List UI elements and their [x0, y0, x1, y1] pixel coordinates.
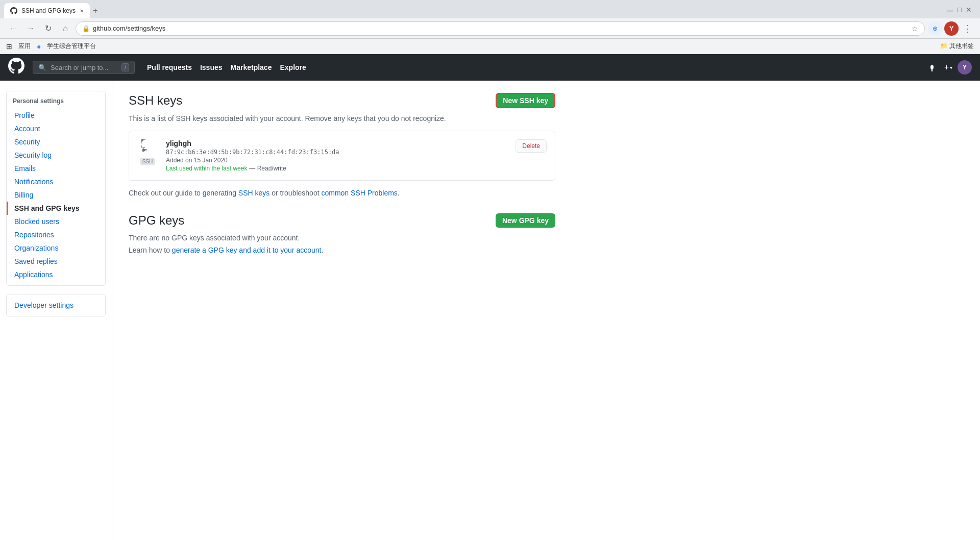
browser-chrome: SSH and GPG keys ✕ + ─ □ ✕ ← → ↻ ⌂ 🔒 git… [0, 0, 980, 54]
sidebar-section-title: Personal settings [7, 95, 105, 109]
home-btn[interactable]: ⌂ [58, 21, 72, 36]
bookmark-apps[interactable]: 应用 [18, 42, 31, 51]
search-bar[interactable]: 🔍 Search or jump to... / [33, 61, 135, 74]
sidebar-item-security-log[interactable]: Security log [7, 149, 105, 162]
key-last-used-text: Last used within the last week [166, 165, 247, 172]
new-gpg-key-btn[interactable]: New GPG key [496, 213, 555, 228]
guide-text: Check out our guide to generating SSH ke… [129, 189, 555, 197]
window-minimize-btn[interactable]: ─ [947, 6, 953, 16]
sidebar-item-notifications[interactable]: Notifications [7, 175, 105, 188]
plus-icon: + [944, 63, 949, 72]
key-icon [141, 139, 154, 155]
github-favicon-icon [10, 7, 17, 14]
sidebar-item-account[interactable]: Account [7, 122, 105, 135]
personal-settings-section: Personal settings Profile Account Securi… [6, 91, 106, 286]
sidebar-item-saved-replies[interactable]: Saved replies [7, 255, 105, 268]
apps-icon: ⊞ [6, 42, 12, 51]
sidebar-item-developer-settings[interactable]: Developer settings [7, 299, 105, 312]
nav-issues[interactable]: Issues [200, 63, 223, 71]
window-maximize-btn[interactable]: □ [958, 6, 962, 16]
refresh-btn[interactable]: ↻ [41, 21, 55, 36]
address-bar[interactable]: 🔒 github.com/settings/keys ☆ [76, 21, 925, 36]
guide-middle: or troubleshoot [270, 189, 321, 197]
extension-btn-1[interactable]: ⊕ [928, 21, 942, 36]
window-close-btn[interactable]: ✕ [966, 6, 972, 16]
bookmark-icon-2: ● [37, 42, 41, 51]
main-content: SSH keys New SSH key This is a list of S… [112, 81, 572, 540]
bookmark-school[interactable]: 学生综合管理平台 [47, 42, 96, 51]
gpg-keys-section: GPG keys New GPG key There are no GPG ke… [129, 213, 555, 254]
common-ssh-problems-link[interactable]: common SSH Problems [321, 189, 397, 197]
key-fingerprint: 87:9c:b6:3e:d9:5b:9b:72:31:c8:44:fd:23:f… [166, 149, 507, 156]
gpg-learn-suffix: . [321, 246, 323, 254]
extension-icons: ⊕ Y ⋮ [928, 21, 974, 36]
ssh-section-title: SSH keys [129, 93, 182, 108]
gpg-section-header: GPG keys New GPG key [129, 213, 555, 228]
bookmark-star-icon[interactable]: ☆ [912, 24, 918, 33]
forward-btn[interactable]: → [23, 21, 38, 36]
back-btn[interactable]: ← [6, 21, 20, 36]
url-text: github.com/settings/keys [93, 24, 909, 32]
github-nav: 🔍 Search or jump to... / Pull requests I… [0, 54, 980, 81]
ssh-description: This is a list of SSH keys associated wi… [129, 114, 555, 122]
browser-menu-btn[interactable]: ⋮ [961, 21, 974, 36]
lock-icon: 🔒 [82, 25, 90, 32]
ssh-badge: SSH [140, 158, 155, 165]
ssh-section-header: SSH keys New SSH key [129, 93, 555, 108]
guide-suffix: . [398, 189, 400, 197]
key-access: — Read/write [249, 165, 286, 172]
key-last-used: Last used within the last week — Read/wr… [166, 164, 507, 172]
sidebar-item-repositories[interactable]: Repositories [7, 228, 105, 241]
sidebar-item-emails[interactable]: Emails [7, 162, 105, 175]
sidebar-item-security[interactable]: Security [7, 135, 105, 149]
delete-ssh-key-btn[interactable]: Delete [516, 139, 547, 153]
page-body: Personal settings Profile Account Securi… [0, 81, 980, 540]
new-ssh-key-btn[interactable]: New SSH key [496, 93, 555, 108]
nav-right: + ▾ Y [925, 60, 972, 75]
dropdown-arrow: ▾ [950, 65, 952, 70]
notifications-btn[interactable] [925, 60, 939, 75]
sidebar-item-organizations[interactable]: Organizations [7, 241, 105, 255]
guide-prefix: Check out our guide to [129, 189, 203, 197]
generating-ssh-keys-link[interactable]: generating SSH keys [203, 189, 270, 197]
sidebar-item-profile[interactable]: Profile [7, 109, 105, 122]
settings-sidebar: Personal settings Profile Account Securi… [0, 81, 112, 540]
ssh-key-card: SSH ylighgh 87:9c:b6:3e:d9:5b:9b:72:31:c… [129, 131, 555, 181]
nav-links: Pull requests Issues Marketplace Explore [147, 63, 306, 71]
active-tab[interactable]: SSH and GPG keys ✕ [4, 3, 90, 18]
user-avatar[interactable]: Y [958, 60, 972, 75]
key-added-date: Added on 15 Jan 2020 [166, 157, 507, 164]
search-icon: 🔍 [38, 64, 46, 71]
nav-marketplace[interactable]: Marketplace [231, 63, 272, 71]
ssh-keys-section: SSH keys New SSH key This is a list of S… [129, 93, 555, 197]
sidebar-item-applications[interactable]: Applications [7, 268, 105, 281]
tab-close-btn[interactable]: ✕ [80, 8, 84, 14]
browser-profile-btn[interactable]: Y [944, 21, 959, 36]
github-logo[interactable] [8, 58, 24, 78]
key-name: ylighgh [166, 139, 507, 148]
sidebar-item-ssh-gpg[interactable]: SSH and GPG keys [7, 202, 105, 215]
tab-bar: SSH and GPG keys ✕ + ─ □ ✕ [0, 0, 980, 18]
gpg-learn-text: Learn how to generate a GPG key and add … [129, 246, 555, 254]
sidebar-item-billing[interactable]: Billing [7, 188, 105, 202]
bookmark-others[interactable]: 📁 其他书签 [940, 42, 974, 51]
gpg-learn-prefix: Learn how to [129, 246, 172, 254]
new-tab-btn[interactable]: + [90, 6, 101, 15]
key-info: ylighgh 87:9c:b6:3e:d9:5b:9b:72:31:c8:44… [166, 139, 507, 172]
key-icon-wrap: SSH [137, 139, 158, 165]
browser-toolbar: ← → ↻ ⌂ 🔒 github.com/settings/keys ☆ ⊕ Y… [0, 18, 980, 39]
nav-pull-requests[interactable]: Pull requests [147, 63, 192, 71]
gpg-section-title: GPG keys [129, 213, 184, 228]
gpg-learn-link[interactable]: generate a GPG key and add it to your ac… [172, 246, 322, 254]
tab-title: SSH and GPG keys [21, 7, 76, 14]
bookmarks-bar: ⊞ 应用 ● 学生综合管理平台 📁 其他书签 [0, 39, 980, 54]
search-kbd: / [121, 63, 129, 71]
developer-settings-section: Developer settings [6, 294, 106, 316]
nav-explore[interactable]: Explore [280, 63, 306, 71]
create-btn[interactable]: + ▾ [941, 60, 955, 75]
search-text: Search or jump to... [51, 64, 117, 71]
sidebar-item-blocked-users[interactable]: Blocked users [7, 215, 105, 228]
gpg-description: There are no GPG keys associated with yo… [129, 234, 555, 242]
